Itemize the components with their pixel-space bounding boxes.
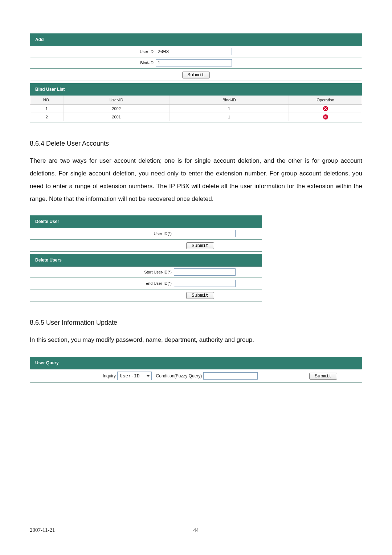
user-id-label: User-ID <box>30 49 156 54</box>
table-row: 2 2001 1 ✕ <box>30 113 362 121</box>
col-operation: Operation <box>289 96 362 105</box>
inquiry-select-value: User-ID <box>120 373 140 379</box>
cell-bind-id: 1 <box>170 113 289 121</box>
inquiry-select[interactable]: User-ID <box>117 372 152 380</box>
table-row: 1 2002 1 ✕ <box>30 105 362 113</box>
delete-user-title: Delete User <box>30 215 262 228</box>
cell-user-id: 2002 <box>63 105 169 113</box>
inquiry-label: Inquiry <box>30 373 117 378</box>
bind-id-input[interactable] <box>156 59 232 66</box>
start-user-id-input[interactable] <box>174 268 236 276</box>
page-footer: 2007-11-21 44 <box>30 527 362 533</box>
footer-page-number: 44 <box>30 527 362 533</box>
section-865-body: In this section, you may modify password… <box>30 334 362 347</box>
add-panel-title: Add <box>30 33 362 46</box>
user-query-submit-button[interactable]: Submit <box>309 373 337 380</box>
bind-id-label: Bind-ID <box>30 61 156 65</box>
delete-user-id-input[interactable] <box>174 230 236 237</box>
delete-user-submit-button[interactable]: Submit <box>186 242 214 249</box>
condition-label: Condition(Fuzzy Query) <box>156 373 202 378</box>
bind-user-list-panel: Bind User List NO. User-ID Bind-ID Opera… <box>30 83 362 122</box>
delete-users-submit-button[interactable]: Submit <box>186 292 214 299</box>
delete-icon[interactable]: ✕ <box>323 106 328 111</box>
svg-marker-0 <box>146 375 150 377</box>
section-864-body: There are two ways for user account dele… <box>30 155 362 205</box>
delete-users-title: Delete Users <box>30 254 262 267</box>
section-864-heading: 8.6.4 Delete User Accounts <box>30 140 362 147</box>
delete-icon[interactable]: ✕ <box>323 114 328 119</box>
condition-input[interactable] <box>203 372 258 380</box>
delete-user-panel: Delete User User-ID(*) Submit <box>30 215 262 252</box>
end-user-id-label: End User-ID(*) <box>30 281 174 285</box>
delete-user-id-label: User-ID(*) <box>30 231 174 236</box>
section-865-heading: 8.6.5 User Information Update <box>30 319 362 327</box>
col-no: NO. <box>30 96 63 105</box>
user-query-panel: User Query Inquiry User-ID Condition(Fuz… <box>30 357 362 383</box>
bind-user-table: NO. User-ID Bind-ID Operation 1 2002 1 ✕… <box>30 96 362 121</box>
end-user-id-input[interactable] <box>174 280 236 287</box>
cell-no: 2 <box>30 113 63 121</box>
user-query-title: User Query <box>30 357 362 369</box>
bind-user-list-title: Bind User List <box>30 83 362 96</box>
chevron-down-icon <box>146 374 150 378</box>
cell-bind-id: 1 <box>170 105 289 113</box>
add-submit-button[interactable]: Submit <box>182 72 210 78</box>
user-id-input[interactable] <box>156 48 232 55</box>
col-bind-id: Bind-ID <box>170 96 289 105</box>
start-user-id-label: Start User-ID(*) <box>30 270 174 274</box>
col-user-id: User-ID <box>63 96 169 105</box>
delete-users-panel: Delete Users Start User-ID(*) End User-I… <box>30 254 262 301</box>
cell-user-id: 2001 <box>63 113 169 121</box>
cell-no: 1 <box>30 105 63 113</box>
add-panel: Add User-ID Bind-ID Submit <box>30 33 362 81</box>
